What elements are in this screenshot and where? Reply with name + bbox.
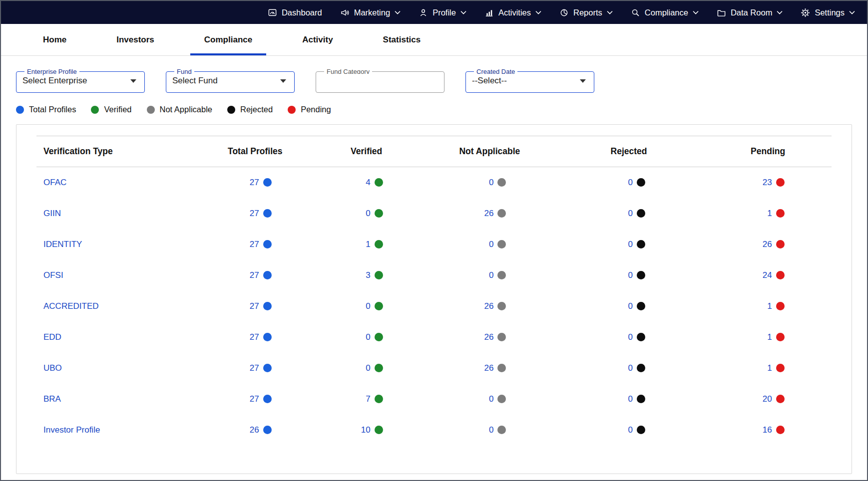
rejected-value: 0 (612, 394, 645, 404)
count-value: 26 (484, 209, 494, 219)
table-row: UBO 27 0 26 0 1 (36, 353, 832, 384)
total-profiles-value: 26 (239, 425, 272, 435)
legend-label: Rejected (240, 105, 273, 114)
legend-item-pending: Pending (288, 105, 331, 114)
total-profiles-dot (263, 302, 272, 310)
nav-item-settings[interactable]: Settings (801, 8, 855, 17)
pending-dot (776, 364, 785, 372)
verification-type-link[interactable]: EDD (43, 332, 61, 342)
rejected-dot (637, 395, 645, 403)
table-row: IDENTITY 27 1 0 0 26 (36, 229, 832, 260)
tab-compliance[interactable]: Compliance (190, 24, 266, 55)
total-profiles-dot (263, 364, 272, 372)
verification-type-link[interactable]: BRA (43, 394, 61, 404)
count-value: 27 (250, 270, 259, 280)
pending-dot (776, 302, 785, 310)
created-date-select[interactable]: Created Date --Select-- (465, 68, 594, 93)
not-applicable-dot (497, 178, 506, 187)
tab-bar: Home Investors Compliance Activity Stati… (1, 24, 867, 56)
not-applicable-dot (147, 106, 155, 114)
compliance-table: Verification Type Total Profiles Verifie… (36, 136, 832, 446)
created-date-label: Created Date (474, 68, 517, 75)
count-value: 23 (763, 178, 772, 188)
total-profiles-dot (263, 271, 272, 279)
verified-value: 1 (350, 240, 383, 249)
pie-chart-icon (559, 8, 569, 17)
pending-value: 1 (752, 209, 785, 219)
verified-value: 0 (350, 209, 383, 219)
rejected-dot (637, 240, 645, 248)
verified-dot (375, 178, 383, 187)
count-value: 1 (767, 332, 772, 342)
pending-dot (776, 178, 785, 187)
megaphone-icon (340, 8, 350, 17)
fund-select[interactable]: Fund Select Fund (166, 68, 295, 93)
table-row: BRA 27 7 0 0 20 (36, 384, 832, 415)
total-profiles-dot (263, 178, 272, 187)
rejected-value: 0 (612, 301, 645, 311)
folder-icon (717, 8, 726, 17)
rejected-dot (637, 364, 645, 372)
pending-dot (288, 106, 296, 114)
tab-home[interactable]: Home (29, 24, 80, 55)
pending-dot (776, 426, 785, 434)
nav-item-profile[interactable]: Profile (419, 8, 466, 17)
verification-type-link[interactable]: IDENTITY (43, 240, 82, 249)
count-value: 0 (366, 209, 370, 219)
pending-value: 26 (752, 240, 785, 249)
verification-type-link[interactable]: GIIN (43, 209, 61, 218)
count-value: 26 (484, 363, 494, 373)
nav-item-activities[interactable]: Activities (484, 8, 541, 17)
nav-item-dashboard[interactable]: Dashboard (268, 8, 322, 17)
nav-item-label: Dashboard (282, 8, 322, 17)
count-value: 27 (250, 332, 259, 342)
enterprise-profile-label: Enterprise Profile (24, 68, 79, 75)
nav-item-reports[interactable]: Reports (559, 8, 613, 17)
fund-category-input[interactable] (322, 74, 438, 87)
verified-dot (375, 395, 383, 403)
verified-dot (375, 271, 383, 279)
nav-item-label: Marketing (354, 8, 390, 17)
count-value: 0 (628, 363, 633, 373)
table-row: Investor Profile 26 10 0 0 16 (36, 415, 832, 446)
nav-item-marketing[interactable]: Marketing (340, 8, 401, 17)
count-value: 0 (628, 209, 633, 219)
gear-icon (801, 8, 810, 17)
verification-type-link[interactable]: OFAC (43, 178, 66, 187)
pending-value: 1 (752, 301, 785, 311)
count-value: 0 (366, 301, 370, 311)
created-date-value: --Select-- (472, 76, 507, 86)
chevron-down-icon (693, 10, 699, 14)
count-value: 0 (489, 178, 493, 188)
enterprise-profile-select[interactable]: Enterprise Profile Select Enterprise (16, 68, 145, 93)
verification-type-link[interactable]: Investor Profile (43, 425, 100, 435)
count-value: 27 (250, 301, 259, 311)
rejected-value: 0 (612, 332, 645, 342)
tab-activity[interactable]: Activity (288, 24, 347, 55)
pending-value: 24 (752, 270, 785, 280)
nav-item-data-room[interactable]: Data Room (717, 8, 783, 17)
count-value: 24 (763, 270, 772, 280)
rejected-value: 0 (612, 178, 645, 188)
pending-dot (776, 333, 785, 341)
count-value: 26 (484, 332, 494, 342)
not-applicable-dot (497, 333, 506, 341)
tab-investors[interactable]: Investors (102, 24, 168, 55)
verification-type-link[interactable]: ACCREDITED (43, 301, 99, 311)
legend-label: Verified (104, 105, 131, 114)
tab-statistics[interactable]: Statistics (369, 24, 435, 55)
total-profiles-value: 27 (239, 394, 272, 404)
verification-type-link[interactable]: OFSI (43, 270, 63, 280)
verification-type-link[interactable]: UBO (43, 363, 62, 373)
count-value: 0 (489, 240, 493, 249)
legend-item-total-profiles: Total Profiles (16, 105, 76, 114)
chevron-down-icon (395, 10, 401, 14)
nav-item-label: Reports (573, 8, 602, 17)
count-value: 16 (763, 425, 772, 435)
not-applicable-dot (497, 209, 506, 218)
count-value: 0 (489, 270, 493, 280)
total-profiles-value: 27 (239, 363, 272, 373)
nav-item-compliance[interactable]: Compliance (631, 8, 699, 17)
total-profiles-value: 27 (239, 240, 272, 249)
not-applicable-value: 26 (473, 332, 506, 342)
